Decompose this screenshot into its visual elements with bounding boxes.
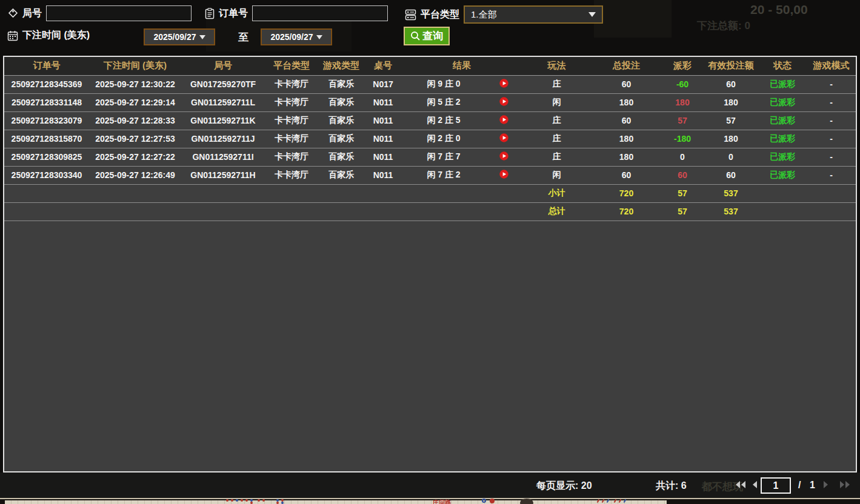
cell-table-no: N011	[364, 166, 402, 184]
cell-replay	[485, 148, 522, 166]
col-result: 结果	[402, 57, 522, 75]
pagination-bar: 都不想玩 每页显示: 20 共计: 6 / 1	[0, 472, 860, 498]
replay-play-button[interactable]	[498, 97, 510, 106]
total-valid-bet: 537	[704, 202, 758, 220]
cell-replay	[485, 93, 522, 111]
background-faint-total: 下注总额: 0	[697, 19, 750, 33]
replay-play-button[interactable]	[498, 170, 510, 179]
cell-result: 闲 2 庄 0	[402, 130, 485, 148]
cell-result: 闲 2 庄 5	[402, 111, 485, 130]
server-stack-icon	[405, 9, 416, 21]
cell-play-type: 闲	[522, 166, 592, 184]
background-chip	[520, 499, 533, 504]
records-table: 订单号 下注时间 (美东) 局号 平台类型 游戏类型 桌号 结果 玩法 总投注 …	[3, 56, 857, 472]
cell-status: 已派彩	[758, 130, 807, 148]
last-page-button[interactable]	[839, 480, 850, 489]
cell-play-type: 庄	[522, 75, 592, 93]
cell-order-no: 250927128303340	[4, 166, 89, 184]
col-game-type: 游戏类型	[318, 57, 364, 75]
calendar-icon	[7, 30, 18, 41]
cell-round-no: GN017259270TF	[181, 75, 265, 93]
first-page-button[interactable]	[735, 480, 746, 489]
cell-platform: 卡卡湾厅	[265, 148, 318, 166]
query-button[interactable]: 查询	[404, 27, 450, 45]
subtotal-valid-bet: 537	[704, 184, 758, 202]
cell-round-no: GN0112592711L	[181, 93, 265, 111]
cell-status: 已派彩	[758, 111, 807, 130]
cell-order-no: 250927128315870	[4, 130, 89, 148]
cell-game-type: 百家乐	[318, 111, 364, 130]
replay-play-button[interactable]	[498, 79, 510, 88]
replay-play-button[interactable]	[498, 133, 510, 142]
cell-payout: -60	[661, 75, 704, 93]
cell-platform: 卡卡湾厅	[265, 166, 318, 184]
order-number-input[interactable]	[252, 5, 388, 21]
cell-platform: 卡卡湾厅	[265, 75, 318, 93]
cell-play-type: 庄	[522, 130, 592, 148]
search-icon	[410, 31, 421, 41]
chevron-down-icon	[316, 35, 322, 39]
cell-game-type: 百家乐	[318, 148, 364, 166]
previous-page-button[interactable]	[752, 480, 758, 489]
cell-order-no: 250927128309825	[4, 148, 89, 166]
cell-platform: 卡卡湾厅	[265, 93, 318, 111]
cell-table-no: N011	[364, 130, 402, 148]
col-platform: 平台类型	[265, 57, 318, 75]
cell-bet-time: 2025-09-27 12:27:22	[89, 148, 181, 166]
platform-type-select[interactable]: 1.全部	[464, 5, 603, 24]
cell-order-no: 250927128323079	[4, 111, 89, 130]
next-page-button[interactable]	[823, 480, 829, 489]
cell-result: 闲 9 庄 0	[402, 75, 485, 93]
total-pages-text: 1	[810, 480, 815, 491]
cell-status: 已派彩	[758, 75, 807, 93]
platform-filter-label: 平台类型	[421, 8, 459, 21]
cell-game-mode: -	[807, 111, 856, 130]
col-order-no: 订单号	[4, 57, 89, 75]
date-to-value: 2025/09/27	[270, 32, 313, 42]
cell-game-type: 百家乐	[318, 130, 364, 148]
cell-replay	[485, 130, 522, 148]
page-number-input[interactable]	[761, 477, 791, 494]
cell-payout: -180	[661, 130, 704, 148]
col-game-mode: 游戏模式	[807, 57, 856, 75]
cell-game-mode: -	[807, 166, 856, 184]
total-payout: 57	[661, 202, 704, 220]
cell-valid-bet: 57	[704, 111, 758, 130]
date-to-picker[interactable]: 2025/09/27	[261, 28, 332, 45]
cell-table-no: N017	[364, 75, 402, 93]
betting-records-screen: { "filters": { "round_label": "局号", "ord…	[0, 0, 860, 504]
cell-order-no: 250927128331148	[4, 93, 89, 111]
replay-play-button[interactable]	[498, 151, 510, 161]
cell-bet-time: 2025-09-27 12:26:49	[89, 166, 181, 184]
replay-play-button[interactable]	[498, 115, 510, 124]
query-button-label: 查询	[422, 29, 443, 43]
cell-game-mode: -	[807, 75, 856, 93]
cell-replay	[485, 166, 522, 184]
total-row: 总计 720 57 537	[4, 202, 856, 220]
roadmap-ring-mark	[482, 499, 486, 503]
order-filter-group: 订单号	[205, 5, 388, 21]
round-number-input[interactable]	[46, 5, 192, 21]
bet-time-filter-group: 下注时间 (美东)	[7, 29, 90, 42]
subtotal-row: 小计 720 57 537	[4, 184, 856, 202]
table-row: 250927128303340 2025-09-27 12:26:49 GN01…	[4, 166, 856, 184]
cell-total-bet: 180	[592, 130, 661, 148]
cell-result: 闲 7 庄 2	[402, 166, 485, 184]
cell-platform: 卡卡湾厅	[265, 111, 318, 130]
date-from-picker[interactable]: 2025/09/27	[144, 28, 215, 45]
cell-round-no: GN0112592711H	[181, 166, 265, 184]
cell-game-type: 百家乐	[318, 93, 364, 111]
page-separator: /	[798, 480, 801, 491]
cell-payout: 57	[661, 111, 704, 130]
platform-type-selected-value: 1.全部	[471, 9, 497, 21]
table-row: 250927128331148 2025-09-27 12:29:14 GN01…	[4, 93, 856, 111]
cell-valid-bet: 0	[704, 148, 758, 166]
filter-bar: 20 - 50,00 下注总额: 0 局号 订单号 平台类型 1.全部 下注时间…	[0, 0, 860, 55]
cell-status: 已派彩	[758, 93, 807, 111]
col-valid-bet: 有效投注额	[704, 57, 758, 75]
cell-bet-time: 2025-09-27 12:27:53	[89, 130, 181, 148]
chevron-down-icon	[199, 35, 205, 39]
cell-play-type: 庄	[522, 111, 592, 130]
table-header-row: 订单号 下注时间 (美东) 局号 平台类型 游戏类型 桌号 结果 玩法 总投注 …	[4, 57, 856, 75]
cell-game-type: 百家乐	[318, 166, 364, 184]
